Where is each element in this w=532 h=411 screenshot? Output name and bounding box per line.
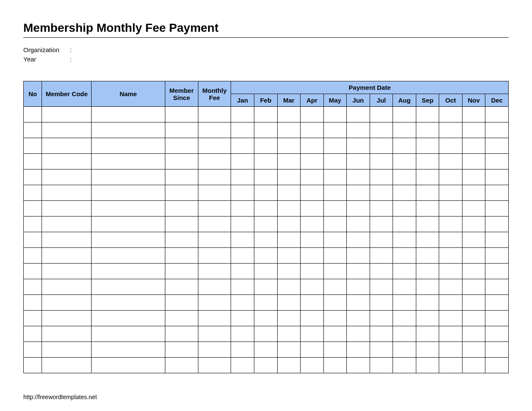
- table-cell: [254, 107, 277, 122]
- header-member-code: Member Code: [42, 81, 92, 107]
- table-cell: [231, 295, 254, 311]
- table-cell: [254, 279, 277, 295]
- table-cell: [393, 169, 416, 185]
- table-cell: [462, 248, 485, 264]
- table-cell: [198, 154, 231, 169]
- header-month-jul: Jul: [370, 94, 393, 107]
- table-cell: [42, 169, 92, 185]
- table-cell: [277, 295, 301, 311]
- table-cell: [323, 326, 347, 342]
- table-cell: [485, 358, 509, 373]
- table-cell: [393, 311, 416, 326]
- table-cell: [301, 138, 324, 154]
- table-cell: [370, 232, 393, 248]
- table-cell: [24, 232, 42, 248]
- table-cell: [42, 154, 92, 169]
- table-cell: [42, 217, 92, 232]
- header-row-1: No Member Code Name Member Since Monthly…: [24, 81, 509, 94]
- table-cell: [254, 264, 277, 279]
- header-month-may: May: [323, 94, 347, 107]
- table-cell: [42, 326, 92, 342]
- table-cell: [323, 232, 347, 248]
- table-cell: [231, 326, 254, 342]
- table-cell: [198, 138, 231, 154]
- table-cell: [393, 279, 416, 295]
- table-cell: [277, 217, 301, 232]
- table-cell: [393, 154, 416, 169]
- table-cell: [485, 311, 509, 326]
- table-cell: [277, 326, 301, 342]
- table-cell: [370, 122, 393, 138]
- table-cell: [370, 279, 393, 295]
- table-cell: [462, 122, 485, 138]
- table-cell: [462, 138, 485, 154]
- table-cell: [347, 138, 370, 154]
- table-cell: [42, 248, 92, 264]
- table-cell: [254, 217, 277, 232]
- table-row: [24, 264, 509, 279]
- table-cell: [165, 358, 198, 373]
- table-cell: [92, 169, 165, 185]
- table-cell: [416, 326, 439, 342]
- table-cell: [277, 154, 301, 169]
- table-cell: [393, 326, 416, 342]
- table-cell: [92, 201, 165, 217]
- table-cell: [92, 248, 165, 264]
- table-cell: [92, 217, 165, 232]
- table-cell: [485, 326, 509, 342]
- table-cell: [92, 264, 165, 279]
- table-cell: [416, 342, 439, 358]
- table-cell: [198, 169, 231, 185]
- table-cell: [24, 326, 42, 342]
- table-cell: [439, 326, 462, 342]
- table-cell: [198, 122, 231, 138]
- header-payment-date: Payment Date: [231, 81, 509, 94]
- table-cell: [198, 311, 231, 326]
- table-cell: [370, 326, 393, 342]
- table-cell: [485, 138, 509, 154]
- table-cell: [416, 311, 439, 326]
- table-cell: [370, 264, 393, 279]
- table-cell: [393, 232, 416, 248]
- table-cell: [485, 232, 509, 248]
- table-cell: [254, 154, 277, 169]
- table-cell: [198, 107, 231, 122]
- table-cell: [277, 311, 301, 326]
- table-cell: [277, 122, 301, 138]
- table-cell: [231, 342, 254, 358]
- table-cell: [165, 122, 198, 138]
- table-cell: [439, 279, 462, 295]
- table-cell: [254, 326, 277, 342]
- table-cell: [198, 264, 231, 279]
- table-cell: [24, 201, 42, 217]
- meta-row-year: Year :: [23, 55, 509, 64]
- table-cell: [393, 138, 416, 154]
- table-cell: [92, 138, 165, 154]
- table-cell: [301, 201, 324, 217]
- payment-table: No Member Code Name Member Since Monthly…: [23, 81, 509, 373]
- table-cell: [462, 185, 485, 201]
- table-cell: [439, 138, 462, 154]
- table-cell: [439, 122, 462, 138]
- table-cell: [24, 295, 42, 311]
- table-cell: [198, 185, 231, 201]
- table-cell: [439, 107, 462, 122]
- table-cell: [254, 201, 277, 217]
- table-cell: [165, 217, 198, 232]
- table-cell: [198, 295, 231, 311]
- table-cell: [416, 232, 439, 248]
- table-cell: [277, 138, 301, 154]
- table-cell: [485, 217, 509, 232]
- table-cell: [462, 201, 485, 217]
- table-cell: [439, 295, 462, 311]
- table-cell: [42, 232, 92, 248]
- table-cell: [416, 185, 439, 201]
- table-cell: [165, 342, 198, 358]
- table-cell: [462, 311, 485, 326]
- table-cell: [198, 201, 231, 217]
- table-cell: [198, 358, 231, 373]
- year-label: Year: [23, 55, 70, 64]
- table-cell: [323, 311, 347, 326]
- table-cell: [393, 342, 416, 358]
- header-month-mar: Mar: [277, 94, 301, 107]
